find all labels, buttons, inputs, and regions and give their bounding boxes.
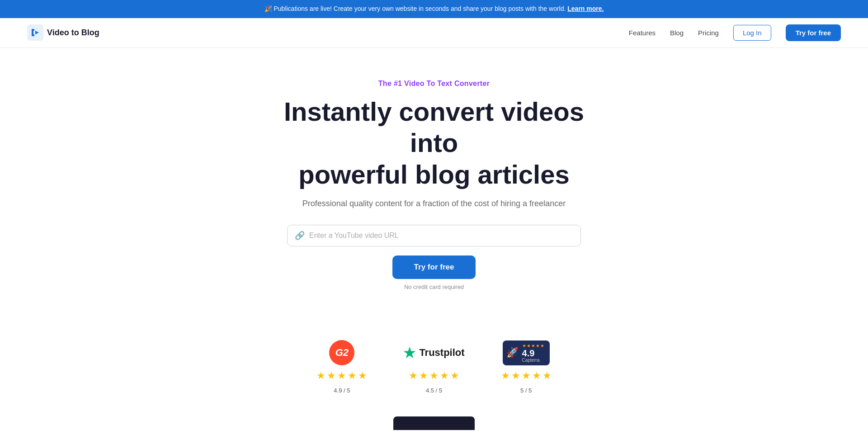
g2-star-5: ★ bbox=[358, 370, 367, 382]
announcement-bar: 🎉 Publications are live! Create your ver… bbox=[0, 0, 868, 18]
g2-star-2: ★ bbox=[327, 370, 336, 382]
hero-title: Instantly convert videos into powerful b… bbox=[276, 96, 592, 190]
learn-more-link[interactable]: Learn more. bbox=[567, 5, 604, 12]
link-icon: 🔗 bbox=[295, 231, 305, 241]
tp-star-5: ★ bbox=[450, 370, 459, 382]
ratings-section: G2 ★ ★ ★ ★ ★ 4.9 / 5 ★ Trustpilot ★ ★ ★ … bbox=[0, 331, 868, 412]
logo[interactable]: Video to Blog bbox=[27, 24, 99, 41]
trustpilot-name: Trustpilot bbox=[419, 347, 464, 359]
no-credit-card-text: No credit card required bbox=[404, 284, 464, 290]
video-preview-bar bbox=[0, 412, 868, 430]
cap-star-5: ★ bbox=[542, 370, 552, 382]
capterra-badge-score: 4.9 bbox=[522, 348, 535, 358]
trustpilot-stars: ★ ★ ★ ★ ★ bbox=[409, 370, 459, 382]
cap-star-1: ★ bbox=[501, 370, 510, 382]
g2-badge-icon: G2 bbox=[329, 340, 354, 365]
capterra-icon: 🚀 bbox=[506, 347, 519, 359]
cb-star-2: ★ bbox=[527, 343, 531, 348]
cb-star-4: ★ bbox=[536, 343, 540, 348]
g2-star-4: ★ bbox=[348, 370, 357, 382]
tp-star-2: ★ bbox=[419, 370, 428, 382]
video-preview-stub bbox=[393, 416, 475, 430]
hero-title-line2: powerful blog articles bbox=[298, 160, 569, 189]
hero-title-line1: Instantly convert videos into bbox=[284, 97, 584, 158]
nav-try-free-button[interactable]: Try for free bbox=[786, 24, 841, 41]
youtube-url-input[interactable] bbox=[309, 232, 573, 240]
trustpilot-rating: ★ Trustpilot ★ ★ ★ ★ ★ 4.5 / 5 bbox=[403, 340, 464, 394]
g2-rating: G2 ★ ★ ★ ★ ★ 4.9 / 5 bbox=[316, 340, 367, 394]
logo-text: Video to Blog bbox=[47, 28, 99, 38]
cap-star-3: ★ bbox=[522, 370, 531, 382]
capterra-badge-content: ★ ★ ★ ★ ★ 4.9 Capterra bbox=[522, 343, 544, 363]
trustpilot-score: 4.5 / 5 bbox=[426, 387, 442, 394]
nav-blog[interactable]: Blog bbox=[670, 29, 684, 37]
capterra-badge: 🚀 ★ ★ ★ ★ ★ 4.9 Capterra bbox=[503, 340, 550, 365]
url-input-wrapper: 🔗 bbox=[287, 225, 581, 246]
capterra-logo: 🚀 ★ ★ ★ ★ ★ 4.9 Capterra bbox=[503, 340, 550, 365]
hero-description: Professional quality content for a fract… bbox=[302, 199, 566, 208]
hero-subtitle: The #1 Video To Text Converter bbox=[378, 80, 490, 88]
g2-star-3: ★ bbox=[337, 370, 346, 382]
nav-pricing[interactable]: Pricing bbox=[698, 29, 719, 37]
tp-star-1: ★ bbox=[409, 370, 418, 382]
cb-star-5: ★ bbox=[540, 343, 544, 348]
nav-features[interactable]: Features bbox=[629, 29, 656, 37]
header: Video to Blog Features Blog Pricing Log … bbox=[0, 18, 868, 48]
cb-star-3: ★ bbox=[531, 343, 535, 348]
capterra-badge-name: Capterra bbox=[522, 358, 540, 363]
hero-section: The #1 Video To Text Converter Instantly… bbox=[0, 48, 868, 331]
cap-star-4: ★ bbox=[532, 370, 541, 382]
announcement-text: 🎉 Publications are live! Create your ver… bbox=[264, 5, 566, 12]
tp-star-4: ★ bbox=[440, 370, 449, 382]
login-button[interactable]: Log In bbox=[733, 25, 771, 41]
nav-links: Features Blog Pricing Log In Try for fre… bbox=[629, 24, 841, 41]
capterra-rating: 🚀 ★ ★ ★ ★ ★ 4.9 Capterra ★ ★ ★ ★ bbox=[501, 340, 552, 394]
hero-cta-button[interactable]: Try for free bbox=[392, 255, 476, 279]
logo-icon bbox=[27, 24, 43, 41]
cap-star-2: ★ bbox=[511, 370, 520, 382]
trustpilot-star-icon: ★ bbox=[403, 345, 415, 361]
capterra-stars: ★ ★ ★ ★ ★ bbox=[501, 370, 552, 382]
trustpilot-logo: ★ Trustpilot bbox=[403, 340, 464, 365]
g2-star-1: ★ bbox=[316, 370, 326, 382]
capterra-badge-stars-row: ★ ★ ★ ★ ★ bbox=[522, 343, 544, 348]
capterra-score: 5 / 5 bbox=[520, 387, 532, 394]
g2-logo: G2 bbox=[329, 340, 354, 365]
cb-star-1: ★ bbox=[522, 343, 526, 348]
g2-stars: ★ ★ ★ ★ ★ bbox=[316, 370, 367, 382]
g2-score: 4.9 / 5 bbox=[334, 387, 350, 394]
tp-star-3: ★ bbox=[429, 370, 439, 382]
